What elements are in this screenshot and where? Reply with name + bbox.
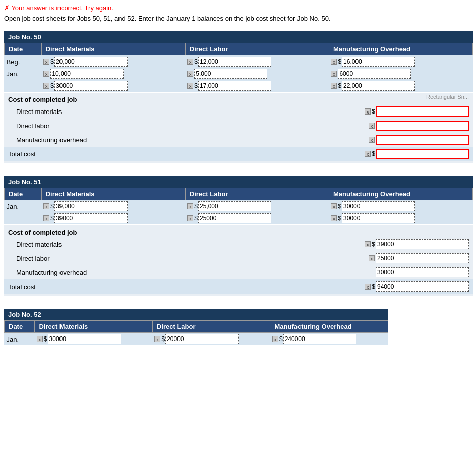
dm-input-jan51[interactable] — [54, 201, 128, 211]
dm-input-beg[interactable] — [54, 57, 128, 67]
cost-total-input51[interactable] — [376, 281, 469, 292]
dl-dollar: $ — [161, 335, 165, 343]
cost-section-title: Cost of completed job — [4, 228, 473, 237]
dl-cost-clear-btn51[interactable]: x — [369, 255, 375, 261]
dl-clear-btn[interactable]: x — [187, 215, 193, 221]
moh-dollar: $ — [338, 82, 341, 89]
dl-clear-btn[interactable]: x — [187, 71, 193, 77]
cost-total-label: Total cost — [8, 150, 365, 158]
date-cell: Beg. — [5, 55, 42, 68]
dl-clear-btn[interactable]: x — [187, 59, 193, 65]
cost-moh-input51[interactable] — [376, 267, 469, 277]
cost-dm-input[interactable] — [376, 106, 469, 117]
dm-clear-btn[interactable]: x — [43, 83, 49, 89]
dl-input-jan52[interactable] — [165, 334, 239, 344]
dl-clear-btn[interactable]: x — [187, 203, 193, 209]
date-cell — [5, 80, 42, 92]
dm-cell: x $ — [41, 80, 185, 92]
cost-dl-input51[interactable] — [376, 253, 469, 263]
top-message: ✗ Your answer is incorrect. Try again. O… — [4, 4, 472, 22]
cost-label-moh51: Manufacturing overhead — [16, 269, 376, 276]
cost-input-wrap-dl51: x — [369, 253, 469, 263]
dl-clear-btn[interactable]: x — [187, 83, 193, 89]
moh-input-jan52[interactable] — [283, 334, 356, 344]
dl-cell: x $ — [152, 333, 270, 346]
instruction-text: Open job cost sheets for Jobs 50, 51, an… — [4, 15, 472, 22]
dm-input-jan[interactable] — [50, 69, 124, 79]
job52-table: Date Direct Materials Direct Labor Manuf… — [4, 320, 388, 345]
moh-total-input51[interactable] — [342, 213, 415, 223]
job51-header: Job No. 51 — [4, 176, 473, 188]
total-cost-clear-btn51[interactable]: x — [365, 284, 371, 290]
cost-total-dollar51: $ — [372, 283, 375, 290]
col-date: Date — [5, 321, 35, 333]
col-moh: Manufacturing Overhead — [270, 321, 388, 333]
moh-input-jan51[interactable] — [342, 201, 415, 211]
table-row: Jan. x x x — [5, 68, 473, 80]
job50-table: Date Direct Materials Direct Labor Manuf… — [4, 43, 473, 92]
col-dl: Direct Labor — [185, 188, 329, 200]
cost-total-input[interactable] — [376, 149, 469, 159]
date-cell: Jan. — [5, 333, 35, 346]
moh-dollar: $ — [279, 335, 283, 343]
moh-clear-btn[interactable]: x — [331, 71, 337, 77]
dm-cost-clear-btn51[interactable]: x — [365, 241, 371, 247]
dm-clear-btn[interactable]: x — [37, 336, 43, 342]
col-dm: Direct Materials — [41, 43, 185, 55]
job50-header: Job No. 50 — [4, 31, 473, 43]
dl-cost-clear-btn[interactable]: x — [369, 123, 375, 129]
dm-cell: x $ — [41, 212, 185, 224]
dm-clear-btn[interactable]: x — [43, 203, 49, 209]
moh-cell: x $ — [329, 212, 472, 224]
dl-cell: x $ — [185, 212, 329, 224]
dl-cell: x $ — [185, 80, 329, 92]
cost-row-moh: Manufacturing overhead x — [4, 133, 473, 147]
dl-total-input[interactable] — [198, 81, 271, 91]
moh-cell: x $ — [329, 200, 472, 213]
moh-clear-btn[interactable]: x — [331, 83, 337, 89]
cost-moh-input[interactable] — [376, 135, 469, 145]
moh-clear-btn[interactable]: x — [331, 203, 337, 209]
moh-cost-clear-btn[interactable]: x — [369, 137, 375, 143]
cost-label-dl: Direct labor — [16, 122, 369, 130]
col-dm: Direct Materials — [35, 321, 153, 333]
moh-cell: x $ — [270, 333, 388, 346]
dl-input-jan[interactable] — [194, 69, 267, 79]
date-cell: Jan. — [5, 200, 42, 213]
dm-dollar: $ — [50, 215, 54, 222]
cost-dm-input51[interactable] — [376, 239, 469, 249]
moh-clear-btn[interactable]: x — [272, 336, 278, 342]
moh-clear-btn[interactable]: x — [331, 215, 337, 221]
cost-label-dm: Direct materials — [16, 108, 365, 116]
dl-input-jan51[interactable] — [198, 201, 271, 211]
cost-input-wrap-dm51: x $ — [365, 239, 469, 249]
moh-input-beg[interactable] — [342, 57, 415, 67]
moh-input-jan[interactable] — [338, 69, 411, 79]
dl-clear-btn[interactable]: x — [154, 336, 160, 342]
dl-dollar: $ — [194, 203, 198, 210]
total-cost-clear-btn[interactable]: x — [365, 151, 371, 157]
moh-dollar: $ — [338, 215, 341, 222]
dl-total-input51[interactable] — [198, 213, 271, 223]
dm-total-input51[interactable] — [54, 213, 128, 223]
dm-clear-btn[interactable]: x — [43, 71, 49, 77]
col-moh: Manufacturing Overhead — [329, 43, 472, 55]
dm-input-jan52[interactable] — [48, 334, 121, 344]
dl-cell: x — [185, 68, 329, 80]
dm-cell: x — [41, 68, 185, 80]
dm-total-input[interactable] — [54, 81, 128, 91]
moh-total-input[interactable] — [342, 81, 415, 91]
moh-clear-btn[interactable]: x — [331, 59, 337, 65]
moh-dollar: $ — [338, 203, 341, 210]
cost-dl-input[interactable] — [376, 121, 469, 131]
dm-clear-btn[interactable]: x — [43, 59, 49, 65]
dm-cost-clear-btn[interactable]: x — [365, 108, 371, 115]
dl-cell: x $ — [185, 55, 329, 68]
table-row: Beg. x $ x $ x — [5, 55, 473, 68]
dm-clear-btn[interactable]: x — [43, 215, 49, 221]
cost-total-label51: Total cost — [8, 283, 365, 291]
dl-input-beg[interactable] — [198, 57, 271, 67]
dl-dollar: $ — [194, 58, 198, 65]
cost-label-dm51: Direct materials — [16, 241, 365, 248]
dm-dollar: $ — [50, 203, 54, 210]
